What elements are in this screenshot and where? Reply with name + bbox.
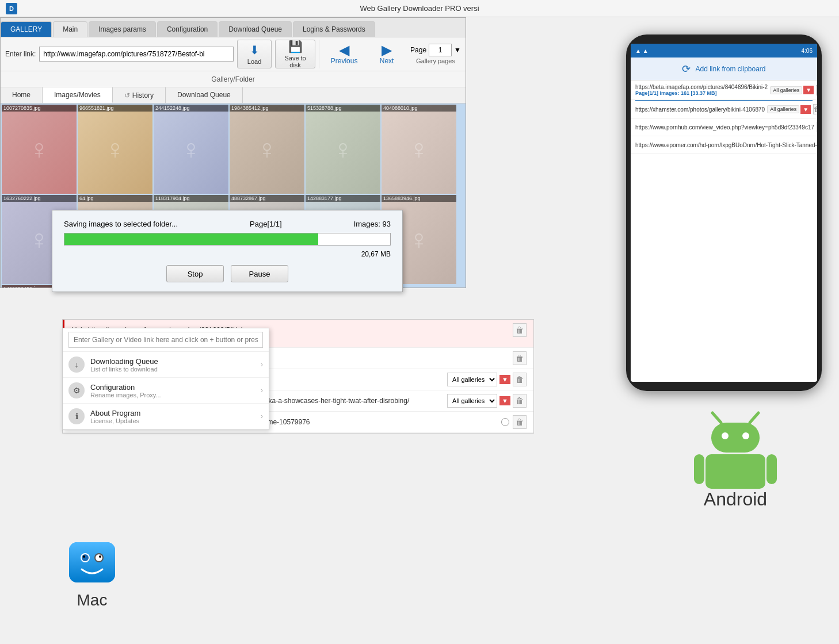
android-phone: ▲ ▲ 4:06 ⟳ Add link from clipboard https… — [626, 34, 822, 391]
title-bar-title: Web Gallery Downloader PRO versi — [360, 4, 479, 13]
mac-label: Mac — [77, 591, 108, 610]
phone-list: https://beta.imagefap.com/pictures/84046… — [631, 80, 817, 154]
mac-finder-icon — [63, 534, 121, 591]
phone-add-link-label: Add link from clipboard — [695, 65, 765, 73]
pause-button[interactable]: Pause — [231, 265, 288, 282]
context-item-arrow: › — [261, 361, 263, 369]
tab-main[interactable]: Main — [53, 21, 87, 37]
phone-link-text: https://xhamster.com/photos/gallery/biki… — [635, 106, 765, 113]
gallery-dropdown-icon[interactable]: ▼ — [800, 105, 811, 114]
dl-delete-button[interactable]: 🗑 — [513, 415, 527, 429]
android-robot-icon — [689, 397, 781, 489]
image-filename: 118317904.jpg — [154, 195, 228, 202]
dl-radio[interactable] — [501, 418, 509, 426]
context-menu-item[interactable]: ℹAbout ProgramLicense, Updates› — [63, 404, 269, 430]
image-cell[interactable]: 1007270835.jpg♀ — [2, 105, 77, 194]
context-link-input[interactable] — [68, 332, 263, 348]
svg-point-12 — [742, 432, 749, 439]
app-icon: D — [6, 3, 17, 14]
dl-gallery-select[interactable]: All galleries — [447, 373, 497, 386]
phone-screen: ▲ ▲ 4:06 ⟳ Add link from clipboard https… — [631, 44, 817, 382]
progress-buttons: Stop Pause — [64, 265, 391, 282]
progress-size: 20,67 MB — [64, 250, 391, 258]
dl-delete-button[interactable]: 🗑 — [513, 351, 527, 365]
svg-rect-10 — [711, 423, 760, 453]
dl-gallery-select[interactable]: All galleries — [447, 394, 497, 408]
next-button[interactable]: ▶ Next — [367, 40, 407, 68]
context-menu-item[interactable]: ↓Downloading QueueList of links to downl… — [63, 352, 269, 378]
svg-line-9 — [750, 413, 758, 423]
context-item-icon: ℹ — [68, 408, 85, 424]
context-item-sub: List of links to download — [90, 366, 261, 373]
phone-delete-button[interactable]: 🗑 — [813, 104, 817, 114]
link-input[interactable] — [39, 47, 234, 62]
gallery-badge: All galleries — [770, 86, 802, 94]
dl-delete-button[interactable]: 🗑 — [513, 394, 527, 408]
context-item-title: Configuration — [90, 383, 261, 392]
load-icon: ⬇ — [250, 43, 260, 57]
tab-configuration[interactable]: Configuration — [157, 21, 218, 37]
tab-images-params[interactable]: Images params — [89, 21, 156, 37]
phone-list-item[interactable]: https://www.pornhub.com/view_video.php?v… — [631, 118, 817, 136]
image-cell[interactable]: 966551821.jpg♀ — [78, 105, 152, 194]
phone-app-icon: ⟳ — [682, 63, 691, 75]
context-menu-item[interactable]: ⚙ConfigurationRename images, Proxy...› — [63, 378, 269, 404]
load-button[interactable]: ⬇ Load — [237, 40, 272, 68]
tab-home[interactable]: Home — [1, 87, 43, 103]
image-filename: 1007270835.jpg — [2, 105, 77, 112]
save-to-disk-button[interactable]: 💾 Save to disk — [275, 40, 315, 68]
gallery-chevron-icon[interactable]: ▼ — [499, 375, 510, 384]
context-menu: ↓Downloading QueueList of links to downl… — [62, 328, 269, 430]
phone-list-item[interactable]: https://www.epomer.com/hd-porn/lxpgBUoDn… — [631, 136, 817, 154]
image-cell[interactable]: 244152248.jpg♀ — [154, 105, 228, 194]
phone-link-text: https://www.epomer.com/hd-porn/lxpgBUoDn… — [635, 142, 817, 148]
page-group: Page ▼ Gallery pages — [410, 44, 461, 64]
page-input[interactable] — [429, 44, 452, 56]
phone-signal-icons: ▲ ▲ — [635, 48, 649, 54]
phone-list-item[interactable]: https://beta.imagefap.com/pictures/84046… — [631, 80, 817, 100]
svg-point-7 — [99, 555, 101, 558]
dl-delete-button[interactable]: 🗑 — [513, 323, 527, 337]
image-filename: 142883177.jpg — [306, 195, 380, 202]
title-bar: D Web Gallery Downloader PRO versi — [0, 0, 839, 17]
tab-download-queue[interactable]: Download Queue — [219, 21, 292, 37]
svg-rect-15 — [766, 454, 777, 484]
previous-button[interactable]: ◀ Previous — [324, 40, 364, 68]
tab-logins-passwords[interactable]: Logins & Passwords — [293, 21, 375, 37]
phone-status-bar: ▲ ▲ 4:06 — [631, 44, 817, 57]
context-item-arrow: › — [261, 386, 263, 394]
tab-bar: GALLERY Main Images params Configuration… — [1, 18, 466, 37]
enter-link-label: Enter link: — [5, 50, 36, 58]
stop-button[interactable]: Stop — [166, 265, 224, 282]
svg-rect-13 — [705, 454, 765, 489]
image-filename: 488732867.jpg — [230, 195, 304, 202]
subtoolbar: Gallery/Folder — [1, 71, 466, 87]
gallery-chevron-icon[interactable]: ▼ — [499, 396, 510, 405]
phone-delete-button[interactable]: 🗑 — [816, 85, 817, 95]
progress-images-label: Images: 93 — [354, 220, 391, 228]
android-label: Android — [704, 489, 767, 510]
content-tabs: Home Images/Movies ↺ History Download Qu… — [1, 87, 466, 103]
image-cell[interactable]: 515328788.jpg♀ — [306, 105, 380, 194]
svg-point-11 — [722, 432, 729, 439]
tab-gallery[interactable]: GALLERY — [1, 21, 52, 37]
progress-bar-bg — [64, 233, 391, 246]
gallery-dropdown-icon[interactable]: ▼ — [803, 86, 814, 94]
page-dropdown-icon[interactable]: ▼ — [454, 46, 461, 54]
image-cell[interactable]: 1984385412.jpg♀ — [230, 105, 304, 194]
dl-delete-button[interactable]: 🗑 — [513, 373, 527, 386]
context-item-sub: Rename images, Proxy... — [90, 392, 261, 398]
tab-history[interactable]: ↺ History — [113, 87, 166, 103]
phone-delete-button[interactable]: 🗑 — [817, 122, 817, 132]
image-filename: 64.jpg — [78, 195, 152, 202]
progress-page-info: Page[1/1] — [250, 220, 282, 228]
image-filename: 404088010.jpg — [382, 105, 456, 112]
svg-line-8 — [712, 413, 721, 423]
svg-rect-14 — [694, 454, 704, 484]
phone-list-item[interactable]: https://xhamster.com/photos/gallery/biki… — [631, 101, 817, 118]
image-cell[interactable]: 404088010.jpg♀ — [382, 105, 456, 194]
gallery-badge: All galleries — [767, 105, 799, 113]
context-item-icon: ⚙ — [68, 382, 85, 398]
tab-images-movies[interactable]: Images/Movies — [43, 87, 113, 103]
tab-download-queue-content[interactable]: Download Queue — [166, 87, 243, 103]
